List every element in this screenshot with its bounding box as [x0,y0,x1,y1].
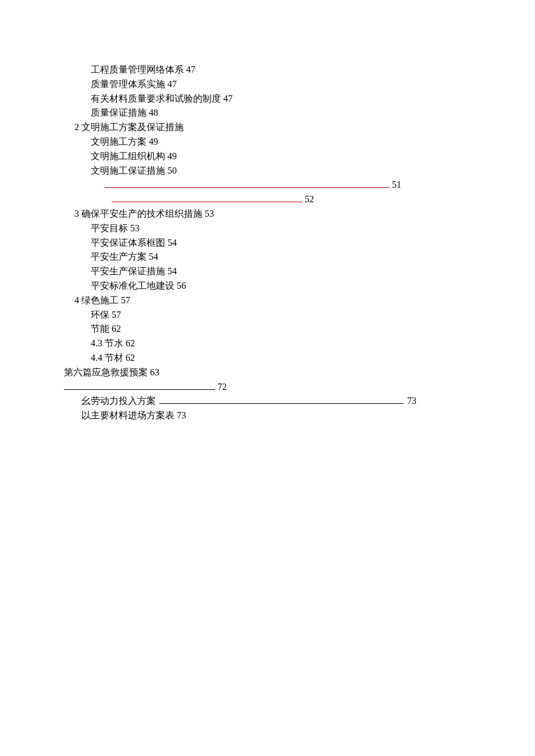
toc-line: 文明施工方案 49 [64,135,535,149]
toc-line: 环保 57 [64,308,535,323]
toc-line: 质量保证措施 48 [64,106,535,120]
toc-line: 文明施工组织机构 49 [64,149,535,164]
toc-line: 平安保证体系框图 54 [64,236,535,250]
toc-section-3: 3 确保平安生产的技术组织措施 53 [64,207,535,221]
toc-section-2-title: 2 文明施工方案及保证措施 [74,122,184,132]
toc-chapter-6: 第六篇应急救援预案 63 [64,366,535,380]
toc-line: 4.4 节材 62 [64,351,535,366]
underline-red [105,179,390,188]
underline-red [112,194,302,202]
toc-section-2: 2 文明施工方案及保证措施 48 [64,120,535,135]
page-number: 72 [217,382,227,392]
toc-labor-line: 幺劳动力投入方案 73 [64,394,535,409]
underline-black [159,395,404,404]
toc-line: 平安生产保证措施 54 [64,264,535,279]
toc-blank-line-52: 52 [64,192,535,207]
toc-section-4: 4 绿色施工 57 [64,293,535,308]
toc-line: 文明施工保证措施 50 [64,164,535,178]
page-number: 52 [305,194,314,204]
toc-blank-line-72: 72 [64,380,535,395]
page-number: 73 [407,396,416,406]
toc-line: 节能 62 [64,322,535,336]
toc-line: 平安标准化工地建设 56 [64,279,535,293]
toc-line: 平安目标 53 [64,221,535,236]
toc-blank-line-51: 51 [64,178,535,192]
toc-line: 工程质量管理网络体系 47 [64,63,535,77]
toc-labor-label: 幺劳动力投入方案 [81,396,156,406]
page-number: 51 [392,180,401,189]
toc-line: 4.3 节水 62 [64,336,535,351]
underline-black [64,381,215,390]
toc-line: 平安生产方案 54 [64,250,535,264]
toc-line: 有关材料质量要求和试验的制度 47 [64,92,535,106]
toc-line: 质量管理体系实施 47 [64,77,535,92]
toc-line: 以主要材料进场方案表 73 [64,409,535,423]
